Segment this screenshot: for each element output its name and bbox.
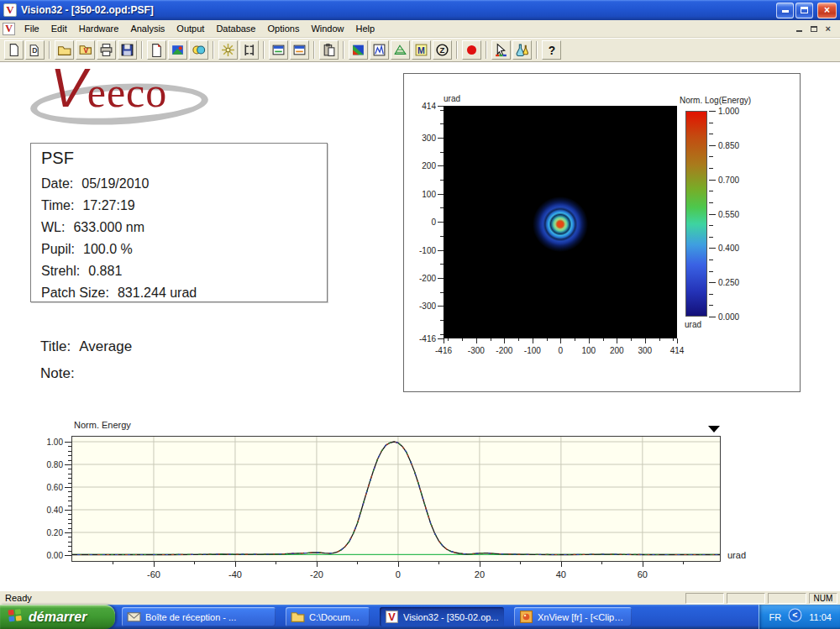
logo-text: Veeco <box>50 57 167 119</box>
language-indicator[interactable]: FR <box>769 612 782 622</box>
pointer-analysis-button[interactable] <box>491 40 511 60</box>
document-icon[interactable]: V <box>3 23 15 35</box>
task-button[interactable]: C:\Documents and Se... <box>286 607 370 626</box>
map-y-minor-tick <box>440 152 444 153</box>
task-button[interactable]: Boîte de réception - ... <box>122 607 276 626</box>
task-button[interactable]: VVision32 - [350-02.op... <box>380 607 504 626</box>
profile-x-tick <box>154 562 155 567</box>
map-x-tick <box>677 338 678 343</box>
record-button[interactable] <box>462 40 481 60</box>
colorbar-tick <box>709 317 716 317</box>
map-y-minor-tick <box>440 334 444 335</box>
menu-output[interactable]: Output <box>171 20 210 37</box>
new-document-button[interactable] <box>4 40 24 60</box>
toolbar-separator <box>141 41 143 59</box>
masks-button[interactable] <box>189 40 208 60</box>
profile-x-tick <box>561 562 562 567</box>
window-layout-2-button[interactable] <box>290 40 309 60</box>
minimize-button[interactable] <box>776 3 794 18</box>
report-line: Date:05/19/2010 <box>41 173 317 195</box>
surface-3d-button[interactable] <box>391 40 410 60</box>
lab-flasks-button[interactable] <box>512 40 532 60</box>
map-y-minor-tick <box>440 264 444 265</box>
note-label: Note: <box>40 365 75 381</box>
mdi-restore-button[interactable] <box>811 26 817 32</box>
veeco-logo: Veeco <box>25 67 235 134</box>
profile-x-unit-label: urad <box>727 550 746 560</box>
colorbar-tick <box>709 248 716 249</box>
report-line: Time:17:27:19 <box>41 195 317 217</box>
colorbar-tick-label: 0.550 <box>718 210 739 219</box>
tray-status-icon[interactable]: < <box>788 608 802 626</box>
restore-button[interactable] <box>795 3 813 18</box>
profile-x-tick-label: -20 <box>310 569 323 579</box>
profile-y-tick <box>65 532 71 533</box>
profile-y-minor-tick <box>68 455 71 456</box>
close-button[interactable]: × <box>817 3 837 18</box>
colorbar-tick-label: 0.850 <box>718 141 739 150</box>
clock: 11:04 <box>809 612 832 622</box>
start-button[interactable]: démarrer <box>0 605 115 629</box>
task-label: Boîte de réception - ... <box>145 612 236 622</box>
profile-x-minor-tick <box>683 562 684 564</box>
paste-button[interactable] <box>319 40 339 60</box>
help-button[interactable]: ? <box>542 40 561 60</box>
report-line: WL:633.000 nm <box>41 217 317 238</box>
menu-options[interactable]: Options <box>261 20 305 37</box>
task-button[interactable]: XnView [fr] - [<ClipBo... <box>514 607 632 626</box>
colorbar-tick-label: 1.000 <box>718 107 739 116</box>
color-image-button[interactable] <box>168 40 187 60</box>
map-x-tick <box>617 338 617 343</box>
profile-x-tick-label: 60 <box>638 569 648 579</box>
light-source-button[interactable] <box>218 40 238 60</box>
profile-x-tick <box>480 562 480 567</box>
menu-window[interactable]: Window <box>305 20 349 37</box>
new-database-button[interactable]: D <box>25 40 45 60</box>
psf-map-panel[interactable]: urad 4143002001000-100-200-300-416-416-3… <box>403 73 801 392</box>
profile-dropdown-icon[interactable] <box>708 426 720 432</box>
profile-plot-area[interactable] <box>71 436 721 562</box>
mdi-close-button[interactable]: × <box>826 24 831 34</box>
psf-heatmap[interactable] <box>444 106 677 338</box>
profile-plot-button[interactable] <box>370 40 389 60</box>
map-y-minor-tick <box>440 236 444 237</box>
report-label: WL: <box>41 220 65 234</box>
colorbar-minor-tick <box>709 294 713 295</box>
num-lock-indicator: NUM <box>809 593 837 604</box>
svg-text:M: M <box>417 45 425 55</box>
profile-y-minor-tick <box>68 542 71 543</box>
menu-edit[interactable]: Edit <box>45 20 73 37</box>
menu-analysis[interactable]: Analysis <box>124 20 171 37</box>
colorbar <box>685 111 707 317</box>
vision32-app-icon: V <box>3 3 17 17</box>
map-y-minor-tick <box>440 292 444 293</box>
calipers-button[interactable] <box>239 40 259 60</box>
zoom-z-button[interactable]: Z <box>433 40 452 60</box>
menu-hardware[interactable]: Hardware <box>73 20 125 37</box>
report-lines: Date:05/19/2010Time:17:27:19WL:633.000 n… <box>41 173 317 304</box>
mdi-minimize-button[interactable] <box>796 26 802 32</box>
map-x-tick <box>504 338 505 343</box>
report-line: Strehl:0.881 <box>41 260 317 282</box>
profile-x-tick-label: 0 <box>396 569 401 579</box>
colormap-plot-button[interactable] <box>349 40 368 60</box>
colorbar-tick <box>709 214 716 215</box>
menu-help[interactable]: Help <box>350 20 381 37</box>
measure-m-button[interactable]: M <box>412 40 431 60</box>
profile-y-minor-tick <box>68 501 71 501</box>
menu-database[interactable]: Database <box>210 20 261 37</box>
menu-file[interactable]: File <box>18 20 45 37</box>
colorbar-minor-tick <box>709 305 713 306</box>
map-y-minor-tick <box>440 207 444 208</box>
report-line: Patch Size:831.244 urad <box>41 282 317 304</box>
profile-x-tick <box>398 562 399 567</box>
window-layout-1-button[interactable] <box>269 40 288 60</box>
report-label: Strehl: <box>41 264 80 278</box>
map-x-minor-tick <box>575 338 575 341</box>
desktop: V Vision32 - [350-02.opd:PSF] × V FileEd… <box>0 0 840 629</box>
map-x-minor-tick <box>659 338 660 341</box>
profile-y-minor-tick <box>68 491 71 492</box>
toolbar-separator <box>456 41 458 59</box>
profile-x-minor-tick <box>194 562 195 564</box>
report-label: Pupil: <box>41 242 75 256</box>
